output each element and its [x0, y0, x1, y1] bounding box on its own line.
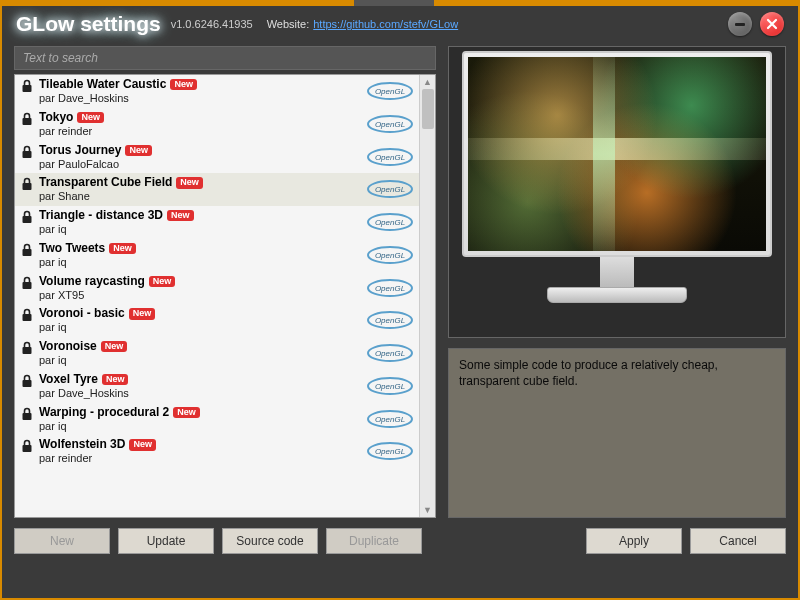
svg-text:OpenGL: OpenGL — [375, 447, 405, 456]
lock-icon — [21, 276, 35, 293]
svg-rect-18 — [23, 282, 32, 289]
item-title: Warping - procedural 2 — [39, 405, 169, 419]
list-item[interactable]: Voxel TyreNewpar Dave_HoskinsOpenGL — [15, 370, 419, 403]
header: GLow settings v1.0.6246.41935 Website: h… — [2, 6, 798, 46]
website-link[interactable]: https://github.com/stefv/GLow — [313, 18, 458, 30]
item-title: Voronoise — [39, 339, 97, 353]
new-badge: New — [170, 79, 197, 90]
svg-text:OpenGL: OpenGL — [375, 218, 405, 227]
list-item[interactable]: Triangle - distance 3DNewpar iqOpenGL — [15, 206, 419, 239]
item-author: par reinder — [39, 125, 367, 139]
new-badge: New — [102, 374, 129, 385]
item-title: Transparent Cube Field — [39, 175, 172, 189]
svg-text:OpenGL: OpenGL — [375, 251, 405, 260]
svg-text:OpenGL: OpenGL — [375, 120, 405, 129]
update-button[interactable]: Update — [118, 528, 214, 554]
opengl-badge: OpenGL — [367, 148, 413, 169]
search-input[interactable] — [14, 46, 436, 70]
item-author: par iq — [39, 256, 367, 270]
item-author: par PauloFalcao — [39, 158, 367, 172]
lock-icon — [21, 112, 35, 129]
item-title: Voronoi - basic — [39, 306, 125, 320]
svg-rect-6 — [23, 151, 32, 158]
list-item[interactable]: Volume raycastingNewpar XT95OpenGL — [15, 272, 419, 305]
item-title: Torus Journey — [39, 143, 121, 157]
lock-icon — [21, 145, 35, 162]
shader-list: Tileable Water CausticNewpar Dave_Hoskin… — [14, 74, 436, 518]
lock-icon — [21, 210, 35, 227]
new-badge: New — [129, 439, 156, 450]
new-badge: New — [149, 276, 176, 287]
new-badge: New — [77, 112, 104, 123]
item-title: Two Tweets — [39, 241, 105, 255]
preview-monitor — [462, 51, 772, 303]
new-button[interactable]: New — [14, 528, 110, 554]
apply-button[interactable]: Apply — [586, 528, 682, 554]
item-author: par iq — [39, 354, 367, 368]
opengl-badge: OpenGL — [367, 115, 413, 136]
item-author: par Shane — [39, 190, 367, 204]
list-item[interactable]: VoronoiseNewpar iqOpenGL — [15, 337, 419, 370]
opengl-badge: OpenGL — [367, 311, 413, 332]
list-item[interactable]: Wolfenstein 3DNewpar reinderOpenGL — [15, 435, 419, 468]
list-item[interactable]: TokyoNewpar reinderOpenGL — [15, 108, 419, 141]
description-panel: Some simple code to produce a relatively… — [448, 348, 786, 518]
item-title: Tokyo — [39, 110, 73, 124]
scroll-thumb[interactable] — [422, 89, 434, 129]
svg-rect-27 — [23, 380, 32, 387]
opengl-badge: OpenGL — [367, 246, 413, 267]
scroll-up-icon[interactable]: ▲ — [420, 75, 435, 89]
svg-text:OpenGL: OpenGL — [375, 415, 405, 424]
opengl-badge: OpenGL — [367, 180, 413, 201]
new-badge: New — [109, 243, 136, 254]
list-item[interactable]: Torus JourneyNewpar PauloFalcaoOpenGL — [15, 141, 419, 174]
lock-icon — [21, 407, 35, 424]
svg-rect-12 — [23, 216, 32, 223]
window-accent-notch — [354, 0, 434, 6]
close-icon — [766, 18, 778, 30]
item-title: Tileable Water Caustic — [39, 77, 166, 91]
source-code-button[interactable]: Source code — [222, 528, 318, 554]
svg-text:OpenGL: OpenGL — [375, 349, 405, 358]
svg-text:OpenGL: OpenGL — [375, 316, 405, 325]
lock-icon — [21, 439, 35, 456]
opengl-badge: OpenGL — [367, 279, 413, 300]
opengl-badge: OpenGL — [367, 82, 413, 103]
item-author: par XT95 — [39, 289, 367, 303]
svg-text:OpenGL: OpenGL — [375, 284, 405, 293]
scroll-down-icon[interactable]: ▼ — [420, 503, 435, 517]
svg-text:OpenGL: OpenGL — [375, 382, 405, 391]
svg-text:OpenGL: OpenGL — [375, 185, 405, 194]
item-title: Voxel Tyre — [39, 372, 98, 386]
svg-text:OpenGL: OpenGL — [375, 87, 405, 96]
svg-rect-15 — [23, 249, 32, 256]
list-item[interactable]: Two TweetsNewpar iqOpenGL — [15, 239, 419, 272]
close-button[interactable] — [760, 12, 784, 36]
opengl-badge: OpenGL — [367, 442, 413, 463]
lock-icon — [21, 308, 35, 325]
new-badge: New — [101, 341, 128, 352]
list-item[interactable]: Warping - procedural 2Newpar iqOpenGL — [15, 403, 419, 436]
list-item[interactable]: Transparent Cube FieldNewpar ShaneOpenGL — [15, 173, 419, 206]
list-item[interactable]: Tileable Water CausticNewpar Dave_Hoskin… — [15, 75, 419, 108]
svg-rect-30 — [23, 413, 32, 420]
opengl-badge: OpenGL — [367, 410, 413, 431]
scrollbar[interactable]: ▲ ▼ — [419, 75, 435, 517]
footer: New Update Source code Duplicate Apply C… — [2, 518, 798, 564]
new-badge: New — [173, 407, 200, 418]
item-author: par reinder — [39, 452, 367, 466]
cancel-button[interactable]: Cancel — [690, 528, 786, 554]
website-label: Website: — [267, 18, 310, 30]
preview-screen — [468, 57, 766, 251]
lock-icon — [21, 374, 35, 391]
svg-text:OpenGL: OpenGL — [375, 153, 405, 162]
lock-icon — [21, 341, 35, 358]
app-version: v1.0.6246.41935 — [171, 18, 253, 30]
list-item[interactable]: Voronoi - basicNewpar iqOpenGL — [15, 304, 419, 337]
duplicate-button[interactable]: Duplicate — [326, 528, 422, 554]
window-top-accent — [2, 0, 798, 6]
svg-rect-33 — [23, 445, 32, 452]
item-author: par Dave_Hoskins — [39, 387, 367, 401]
item-author: par iq — [39, 321, 367, 335]
minimize-button[interactable] — [728, 12, 752, 36]
